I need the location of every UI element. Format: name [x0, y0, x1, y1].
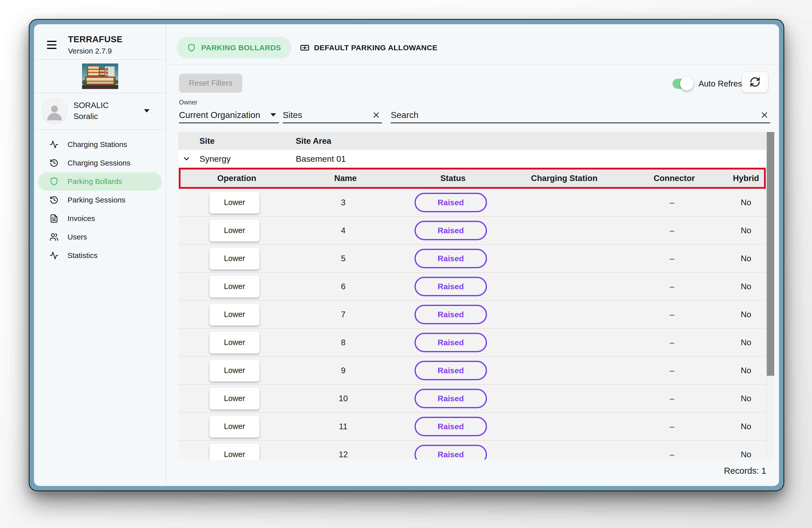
sidebar-item-label: Charging Stations — [68, 140, 127, 149]
tab-default-parking-allowance[interactable]: DEFAULT PARKING ALLOWANCE — [298, 43, 439, 53]
status-badge: Raised — [415, 445, 487, 459]
org-name: SORALIC — [73, 100, 108, 111]
auto-refresh-toggle[interactable] — [672, 79, 692, 89]
user-name: Soralic — [73, 111, 108, 122]
column-charging-station: Charging Station — [508, 174, 621, 183]
auto-refresh-control: Auto Refresh — [672, 75, 747, 92]
hybrid-cell: No — [726, 226, 766, 235]
sites-input[interactable] — [283, 110, 371, 120]
connector-cell: – — [618, 394, 726, 403]
connector-cell: – — [618, 450, 726, 459]
scrollbar-thumb[interactable] — [767, 132, 774, 376]
connector-cell: – — [618, 198, 726, 207]
avatar — [42, 98, 67, 123]
sidebar-item-label: Charging Sessions — [68, 159, 130, 167]
table-rows: Lower 3 Raised – No Lower 4 Raised – No … — [178, 189, 766, 459]
sidebar-item-charging-sessions[interactable]: Charging Sessions — [38, 154, 162, 172]
lower-button[interactable]: Lower — [209, 415, 260, 438]
invoice-icon — [49, 214, 58, 223]
caret-down-icon — [271, 113, 276, 117]
status-badge: Raised — [415, 221, 487, 240]
sidebar-item-charging-stations[interactable]: Charging Stations — [38, 135, 162, 154]
lower-button[interactable]: Lower — [209, 191, 260, 214]
table-row: Lower 10 Raised – No — [178, 385, 766, 413]
hybrid-cell: No — [726, 338, 766, 347]
hybrid-cell: No — [726, 422, 766, 431]
hybrid-cell: No — [726, 282, 766, 291]
lower-button[interactable]: Lower — [209, 304, 260, 325]
table-row: Lower 9 Raised – No — [178, 357, 766, 385]
search-input[interactable] — [391, 110, 759, 120]
status-badge: Raised — [415, 333, 487, 352]
person-icon — [44, 102, 65, 123]
lower-button[interactable]: Lower — [209, 276, 260, 297]
hamburger-menu-icon[interactable] — [47, 41, 57, 49]
sidebar-item-label: Parking Bollards — [68, 177, 122, 186]
expand-chevron-icon[interactable] — [182, 155, 191, 163]
column-site: Site — [178, 136, 296, 146]
status-badge: Raised — [415, 417, 487, 436]
users-icon — [49, 233, 58, 241]
activity-icon — [49, 140, 58, 149]
sidebar-header: TERRAFUSE Version 2.7.9 — [34, 24, 166, 55]
search-clear-button[interactable] — [759, 109, 770, 121]
table-row: Lower 4 Raised – No — [178, 217, 766, 245]
app-title: TERRAFUSE — [68, 34, 122, 44]
sidebar-item-statistics[interactable]: Statistics — [38, 246, 162, 265]
hybrid-cell: No — [726, 254, 766, 263]
banknote-icon — [300, 43, 309, 53]
sites-field — [283, 107, 382, 123]
owner-label: Owner — [179, 99, 198, 106]
column-connector: Connector — [621, 174, 728, 183]
search-field — [391, 107, 770, 123]
lower-button[interactable]: Lower — [209, 248, 260, 269]
organization-photo — [34, 60, 166, 93]
bollard-name-cell: 4 — [291, 226, 396, 235]
table-row: Lower 5 Raised – No — [178, 245, 766, 273]
bollard-name-cell: 3 — [291, 198, 396, 207]
tab-parking-bollards[interactable]: PARKING BOLLARDS — [177, 37, 291, 59]
status-badge: Raised — [415, 277, 487, 296]
table-row: Lower 8 Raised – No — [178, 329, 766, 357]
account-switcher[interactable]: SORALIC Soralic — [34, 93, 166, 129]
close-icon — [372, 111, 381, 119]
lower-button[interactable]: Lower — [209, 360, 260, 381]
sidebar-item-invoices[interactable]: Invoices — [38, 209, 162, 228]
main-content: PARKING BOLLARDS DEFAULT PARKING ALLOWAN… — [166, 24, 779, 486]
hybrid-cell: No — [726, 366, 766, 375]
bollard-name-cell: 8 — [291, 338, 396, 347]
lower-button[interactable]: Lower — [209, 387, 260, 410]
records-count: Records: 1 — [178, 466, 766, 476]
hybrid-cell: No — [726, 394, 766, 403]
sidebar-item-label: Invoices — [68, 214, 95, 223]
owner-select-value: Current Organization — [179, 110, 260, 120]
hybrid-cell: No — [726, 310, 766, 319]
auto-refresh-label: Auto Refresh — [698, 79, 747, 88]
vertical-scrollbar[interactable] — [766, 132, 774, 459]
lower-button[interactable]: Lower — [209, 443, 260, 459]
status-badge: Raised — [415, 193, 487, 212]
status-badge: Raised — [415, 389, 487, 408]
status-badge: Raised — [415, 249, 487, 268]
lower-button[interactable]: Lower — [209, 220, 260, 241]
sites-clear-button[interactable] — [371, 109, 382, 121]
table-row: Lower 3 Raised – No — [178, 189, 766, 217]
refresh-icon — [750, 76, 760, 88]
column-hybrid: Hybrid — [728, 174, 764, 183]
site-group-row[interactable]: Synergy Basement 01 — [178, 150, 766, 168]
owner-select[interactable]: Current Organization — [179, 107, 279, 123]
table-outer-header: Site Site Area — [178, 132, 766, 150]
connector-cell: – — [618, 282, 726, 291]
reset-filters-button[interactable]: Reset Filters — [179, 74, 242, 93]
table-content: Site Site Area Synergy Basement 01 Opera… — [178, 132, 766, 459]
sidebar-item-parking-bollards[interactable]: Parking Bollards — [38, 172, 162, 191]
bollard-name-cell: 9 — [291, 366, 396, 375]
lower-button[interactable]: Lower — [209, 332, 260, 353]
hybrid-cell: No — [726, 450, 766, 459]
sidebar-item-parking-sessions[interactable]: Parking Sessions — [38, 191, 162, 209]
table-row: Lower 11 Raised – No — [178, 413, 766, 441]
divider — [166, 64, 779, 65]
sidebar-item-users[interactable]: Users — [38, 228, 162, 246]
refresh-button[interactable] — [742, 72, 768, 92]
column-site-area: Site Area — [296, 136, 331, 146]
